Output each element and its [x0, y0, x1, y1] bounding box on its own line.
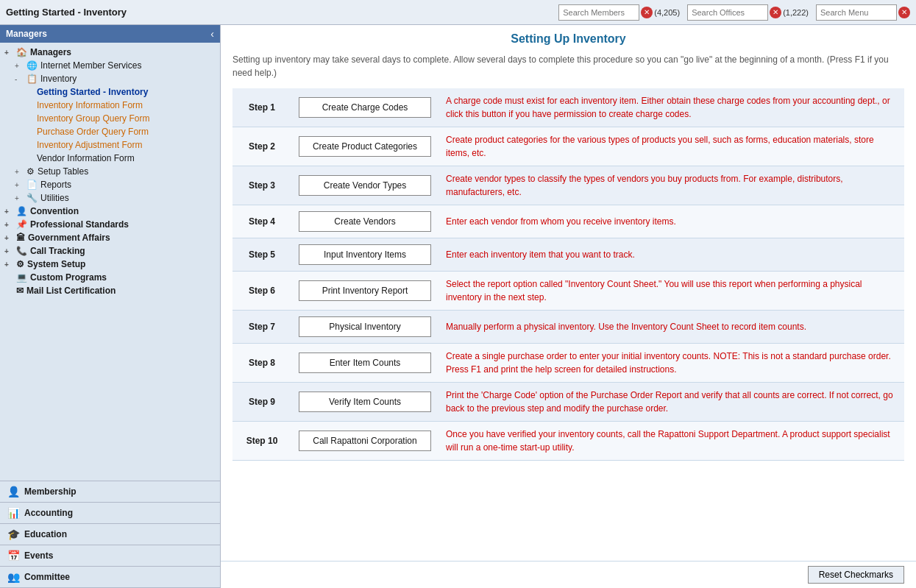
expand-icon-ia — [25, 141, 34, 149]
step-button-cell: Verify Item Counts — [291, 383, 439, 422]
person-icon-conv: 👤 — [16, 206, 27, 216]
sidebar-item-managers[interactable]: + 🏠 Managers — [0, 46, 220, 59]
step-button-9[interactable]: Verify Item Counts — [299, 392, 431, 412]
sidebar-item-purchase-order[interactable]: Purchase Order Query Form — [0, 125, 220, 138]
expand-icon-ga: + — [4, 234, 13, 242]
gear-icon-st: ⚙ — [26, 166, 35, 177]
sidebar-label-mail-list: Mail List Certification — [26, 286, 116, 296]
offices-count: (1,222) — [783, 8, 809, 17]
step-description: Select the report option called "Invento… — [439, 272, 904, 311]
sidebar-label-setup-tables: Setup Tables — [38, 166, 88, 177]
sidebar: Managers ‹ + 🏠 Managers + 🌐 Internet Mem… — [0, 25, 221, 588]
sidebar-tab-accounting[interactable]: 📊 Accounting — [0, 503, 220, 524]
sidebar-item-inventory[interactable]: - 📋 Inventory — [0, 72, 220, 85]
content-area: Setting Up Inventory Setting up inventor… — [221, 25, 916, 561]
sidebar-item-inventory-info[interactable]: Inventory Information Form — [0, 99, 220, 112]
sidebar-tab-education[interactable]: 🎓 Education — [0, 524, 220, 545]
search-members-close[interactable]: ✕ — [641, 7, 653, 18]
sidebar-item-custom-programs[interactable]: 💻 Custom Programs — [0, 271, 220, 284]
step-label: Step 6 — [232, 272, 291, 311]
sidebar-item-inventory-adj[interactable]: Inventory Adjustment Form — [0, 138, 220, 152]
sidebar-item-reports[interactable]: + 📄 Reports — [0, 178, 220, 191]
top-bar: Getting Started - Inventory ✕ (4,205) ✕ … — [0, 0, 916, 25]
sidebar-item-inventory-group[interactable]: Inventory Group Query Form — [0, 112, 220, 125]
step-button-1[interactable]: Create Charge Codes — [299, 97, 431, 118]
sidebar-item-professional-standards[interactable]: + 📌 Professional Standards — [0, 218, 220, 231]
tab-label-education: Education — [24, 529, 67, 539]
search-menu-input[interactable] — [816, 4, 897, 21]
sidebar-item-system-setup[interactable]: + ⚙ System Setup — [0, 258, 220, 271]
step-label: Step 8 — [232, 344, 291, 383]
sidebar-label-inventory-group: Inventory Group Query Form — [37, 113, 149, 124]
table-row: Step 3 Create Vendor Types Create vendor… — [232, 166, 904, 205]
sidebar-item-internet-member[interactable]: + 🌐 Internet Member Services — [0, 59, 220, 72]
search-offices-input[interactable] — [687, 4, 768, 21]
step-description: Once you have verified your inventory co… — [439, 422, 904, 461]
building-icon: 🏛 — [16, 233, 25, 243]
table-row: Step 8 Enter Item Counts Create a single… — [232, 344, 904, 383]
step-description: Manually perform a physical inventory. U… — [439, 311, 904, 344]
sidebar-item-convention[interactable]: + 👤 Convention — [0, 205, 220, 218]
step-button-4[interactable]: Create Vendors — [299, 211, 431, 232]
sidebar-item-government-affairs[interactable]: + 🏛 Government Affairs — [0, 231, 220, 244]
sidebar-item-mail-list[interactable]: ✉ Mail List Certification — [0, 284, 220, 297]
expand-icon-ps: + — [4, 221, 13, 229]
step-button-5[interactable]: Input Inventory Items — [299, 244, 431, 265]
sidebar-collapse-button[interactable]: ‹ — [210, 28, 214, 40]
sidebar-tab-committee[interactable]: 👥 Committee — [0, 567, 220, 588]
sidebar-label-convention: Convention — [30, 206, 79, 216]
sidebar-title: Managers — [6, 29, 47, 39]
events-icon: 📅 — [7, 550, 20, 562]
step-label: Step 4 — [232, 205, 291, 238]
expand-icon-conv: + — [4, 208, 13, 216]
sidebar-label-utilities: Utilities — [40, 193, 69, 203]
expand-icon-util: + — [15, 194, 24, 202]
step-button-cell: Call Rapattoni Corporation — [291, 422, 439, 461]
home-icon: 🏠 — [16, 47, 27, 57]
step-button-6[interactable]: Print Inventory Report — [299, 280, 431, 301]
sidebar-tab-membership[interactable]: 👤 Membership — [0, 481, 220, 503]
tab-label-accounting: Accounting — [24, 508, 73, 518]
search-menu-close[interactable]: ✕ — [898, 7, 910, 18]
search-offices-close[interactable]: ✕ — [770, 7, 781, 18]
step-button-10[interactable]: Call Rapattoni Corporation — [299, 431, 431, 451]
expand-icon-po — [25, 128, 34, 136]
sidebar-item-vendor-info[interactable]: Vendor Information Form — [0, 152, 220, 165]
sidebar-item-utilities[interactable]: + 🔧 Utilities — [0, 191, 220, 205]
step-label: Step 1 — [232, 88, 291, 127]
step-button-3[interactable]: Create Vendor Types — [299, 175, 431, 196]
phone-icon: 📞 — [16, 246, 27, 256]
expand-icon-ct: + — [4, 247, 13, 255]
step-button-7[interactable]: Physical Inventory — [299, 316, 431, 337]
content-footer: Reset Checkmarks — [221, 561, 916, 588]
tab-label-committee: Committee — [24, 572, 70, 582]
step-description: Create vendor types to classify the type… — [439, 166, 904, 205]
step-button-cell: Create Product Categories — [291, 127, 439, 166]
table-row: Step 10 Call Rapattoni Corporation Once … — [232, 422, 904, 461]
sidebar-label-inventory-info: Inventory Information Form — [37, 100, 143, 110]
education-icon: 🎓 — [7, 528, 20, 540]
step-button-2[interactable]: Create Product Categories — [299, 136, 431, 157]
sidebar-item-call-tracking[interactable]: + 📞 Call Tracking — [0, 244, 220, 258]
pin-icon: 📌 — [16, 219, 27, 230]
sidebar-item-setup-tables[interactable]: + ⚙ Setup Tables — [0, 165, 220, 178]
search-members-box: ✕ (4,205) — [558, 4, 683, 21]
search-members-input[interactable] — [558, 4, 639, 21]
sidebar-item-getting-started[interactable]: Getting Started - Inventory — [0, 85, 220, 99]
step-label: Step 7 — [232, 311, 291, 344]
reset-checkmarks-button[interactable]: Reset Checkmarks — [808, 566, 904, 584]
expand-icon-st: + — [15, 168, 24, 176]
sidebar-tab-events[interactable]: 📅 Events — [0, 545, 220, 567]
step-button-cell: Input Inventory Items — [291, 238, 439, 272]
sidebar-label-system-setup: System Setup — [27, 259, 85, 269]
step-button-cell: Create Vendor Types — [291, 166, 439, 205]
computer-icon: 💻 — [16, 272, 27, 283]
mail-icon: ✉ — [16, 286, 24, 296]
expand-icon-managers: + — [4, 49, 13, 57]
inventory-icon: 📋 — [26, 74, 38, 84]
members-count: (4,205) — [654, 8, 680, 17]
report-icon: 📄 — [26, 180, 38, 190]
step-description: Create product categories for the variou… — [439, 127, 904, 166]
step-button-8[interactable]: Enter Item Counts — [299, 353, 431, 373]
step-label: Step 3 — [232, 166, 291, 205]
